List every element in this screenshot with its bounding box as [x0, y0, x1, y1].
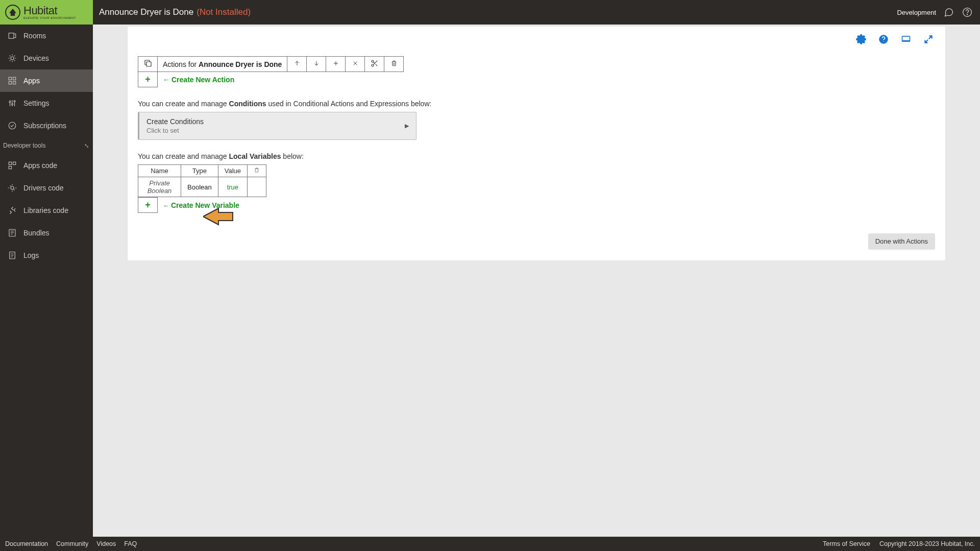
svg-rect-2 — [9, 33, 14, 39]
logo[interactable]: Hubitat ELEVATE YOUR ENVIRONMENT — [0, 0, 93, 25]
svg-point-11 — [9, 122, 16, 129]
done-with-actions-button[interactable]: Done with Actions — [868, 233, 935, 249]
svg-rect-12 — [9, 162, 11, 164]
sidebar-section-dev[interactable]: Developer tools ⤡ — [0, 137, 93, 154]
expand-icon[interactable] — [923, 34, 934, 45]
sidebar-item-label: Drivers code — [23, 184, 64, 192]
subscriptions-icon — [7, 121, 17, 131]
up-icon[interactable] — [287, 57, 307, 72]
footer: Documentation Community Videos FAQ Terms… — [0, 537, 980, 551]
install-status: (Not Installed) — [197, 7, 251, 17]
var-header-name: Name — [138, 165, 181, 177]
footer-link-videos[interactable]: Videos — [96, 540, 116, 547]
svg-point-3 — [11, 57, 14, 60]
svg-point-8 — [9, 101, 11, 103]
chat-icon[interactable] — [943, 7, 954, 18]
var-value-cell: true — [218, 177, 247, 197]
sidebar-item-bundles[interactable]: Bundles — [0, 222, 93, 244]
logs-icon — [7, 250, 17, 260]
svg-rect-7 — [13, 82, 16, 84]
svg-rect-16 — [9, 229, 15, 236]
sidebar-item-devices[interactable]: Devices — [0, 47, 93, 69]
sidebar: Rooms Devices Apps Settings Subscription… — [0, 25, 93, 537]
var-delete-cell[interactable] — [248, 177, 266, 197]
svg-rect-5 — [13, 77, 16, 80]
devices-icon — [7, 53, 17, 63]
add-icon[interactable] — [326, 57, 346, 72]
display-icon[interactable] — [900, 34, 912, 45]
sidebar-item-logs[interactable]: Logs — [0, 244, 93, 267]
cut-icon[interactable] — [365, 57, 384, 72]
svg-rect-13 — [13, 162, 16, 164]
page-title: Announce Dryer is Done (Not Installed) — [93, 7, 251, 17]
header-bar: Hubitat ELEVATE YOUR ENVIRONMENT Announc… — [0, 0, 980, 25]
footer-link-documentation[interactable]: Documentation — [5, 540, 48, 547]
var-name-cell: Private Boolean — [138, 177, 181, 197]
var-header-type: Type — [181, 165, 218, 177]
trash-icon[interactable] — [384, 57, 404, 72]
logo-icon — [5, 5, 20, 20]
sidebar-item-subscriptions[interactable]: Subscriptions — [0, 114, 93, 137]
sidebar-item-rooms[interactable]: Rooms — [0, 25, 93, 47]
svg-point-1 — [967, 14, 968, 15]
sidebar-item-label: Rooms — [23, 32, 46, 40]
svg-point-10 — [14, 101, 15, 102]
sidebar-item-label: Devices — [23, 54, 49, 62]
add-variable-button[interactable]: + — [138, 198, 158, 213]
sidebar-item-label: Libraries code — [23, 206, 68, 214]
sidebar-item-apps-code[interactable]: Apps code — [0, 154, 93, 177]
footer-copyright: Copyright 2018-2023 Hubitat, Inc. — [879, 540, 975, 547]
sidebar-item-libraries-code[interactable]: Libraries code — [0, 199, 93, 222]
sidebar-item-label: Bundles — [23, 229, 50, 237]
create-conditions-box[interactable]: Create Conditions Click to set ▶ — [138, 112, 416, 140]
variable-row[interactable]: Private Boolean Boolean true — [138, 177, 266, 197]
var-type-cell: Boolean — [181, 177, 218, 197]
footer-link-terms[interactable]: Terms of Service — [823, 540, 870, 547]
env-label: Development — [897, 9, 936, 16]
logo-text: Hubitat — [23, 5, 76, 16]
help-icon[interactable] — [962, 7, 973, 18]
sidebar-item-drivers-code[interactable]: Drivers code — [0, 177, 93, 199]
sidebar-item-label: Logs — [23, 251, 39, 259]
close-icon[interactable] — [346, 57, 365, 72]
actions-title: Actions for Announce Dryer is Done — [158, 57, 287, 72]
var-header-delete — [248, 165, 266, 177]
variables-description: You can create and manage Local Variable… — [138, 152, 935, 160]
variables-table: Name Type Value Private Boolean Boolean … — [138, 164, 266, 197]
svg-point-9 — [12, 104, 13, 105]
create-conditions-title: Create Conditions — [146, 117, 204, 126]
footer-link-faq[interactable]: FAQ — [124, 540, 137, 547]
sidebar-item-label: Apps — [23, 77, 40, 85]
svg-rect-4 — [9, 77, 11, 80]
rooms-icon — [7, 31, 17, 41]
apps-code-icon — [7, 160, 17, 171]
help-circle-icon[interactable] — [878, 34, 889, 45]
actions-card: Actions for Announce Dryer is Done + ←Cr… — [128, 27, 945, 260]
create-conditions-sub: Click to set — [146, 127, 204, 134]
svg-rect-22 — [146, 62, 151, 66]
svg-point-15 — [11, 186, 14, 189]
bundles-icon — [7, 228, 17, 238]
copy-icon[interactable] — [138, 57, 158, 72]
main-content: Actions for Announce Dryer is Done + ←Cr… — [93, 25, 980, 537]
var-header-value: Value — [218, 165, 247, 177]
create-action-link[interactable]: ←Create New Action — [158, 72, 404, 87]
sidebar-item-settings[interactable]: Settings — [0, 92, 93, 114]
settings-icon — [7, 98, 17, 108]
footer-link-community[interactable]: Community — [56, 540, 88, 547]
svg-rect-14 — [9, 166, 11, 169]
sidebar-item-apps[interactable]: Apps — [0, 69, 93, 92]
collapse-icon: ⤡ — [84, 142, 89, 149]
add-action-button[interactable]: + — [138, 72, 158, 87]
svg-point-24 — [372, 64, 374, 66]
down-icon[interactable] — [307, 57, 326, 72]
sidebar-item-label: Apps code — [23, 161, 57, 170]
svg-point-20 — [883, 41, 884, 42]
sidebar-item-label: Settings — [23, 99, 50, 107]
create-variable-link[interactable]: ←Create New Variable — [163, 202, 239, 209]
app-name: Announce Dryer is Done — [99, 7, 193, 17]
caret-right-icon: ▶ — [405, 123, 409, 129]
gear-icon[interactable] — [855, 34, 867, 45]
svg-point-23 — [372, 60, 374, 62]
sidebar-section-label: Developer tools — [3, 142, 45, 149]
